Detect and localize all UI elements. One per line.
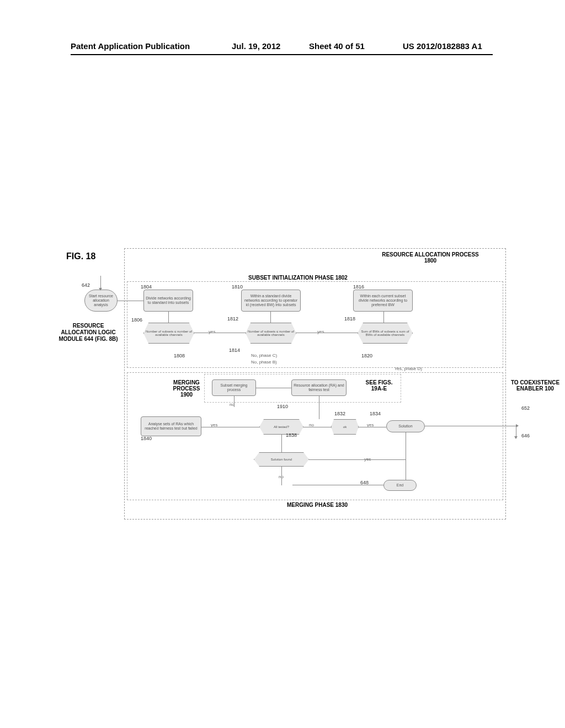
label-yes-1: yes [209, 329, 215, 334]
arrowhead [514, 436, 518, 439]
publication-number: US 2012/0182883 A1 [403, 41, 482, 51]
node-num-chan-2: Number of subsets ≤ number of available … [246, 323, 296, 344]
arrow [383, 312, 384, 323]
node-num-chan-1: Number of subsets ≤ number of available … [143, 323, 194, 344]
to-coexistence-label: TO COEXISTENCE ENABLER 100 [510, 379, 560, 392]
sheet-number: Sheet 40 of 51 [309, 41, 365, 51]
node-sum-bw: Sum of BWs of subsets ≤ sum of BWs of av… [358, 323, 413, 344]
node-solution-found: Solution found [254, 452, 309, 467]
ref-1818: 1818 [344, 316, 355, 322]
arrow [303, 427, 331, 427]
label-no-phase-b: No, phase B) [251, 360, 277, 365]
ref-1838: 1838 [286, 432, 297, 438]
ref-1820: 1820 [361, 353, 372, 358]
node-analyse: Analyse sets of RAs which reached fairne… [141, 416, 201, 436]
arrow [256, 388, 291, 388]
ref-1840: 1840 [141, 436, 152, 441]
ref-646: 646 [521, 433, 530, 438]
node-divide-std: Divide networks according to standard in… [143, 290, 193, 312]
arrow [168, 312, 169, 323]
publication-date: Jul. 19, 2012 [232, 41, 280, 51]
header-rule [71, 54, 493, 55]
label-yes-phase-d: Yes, phase D) [395, 366, 422, 371]
ref-1834: 1834 [370, 411, 381, 416]
ref-1832: 1832 [334, 411, 345, 416]
see-figs-label: SEE FIGS. 19A-E [361, 379, 397, 392]
ref-1814: 1814 [229, 347, 240, 353]
arrow [359, 427, 386, 427]
publication-type: Patent Application Publication [71, 41, 190, 51]
ref-652: 652 [521, 405, 530, 411]
node-within-std: Within a standard divide networks accord… [241, 290, 301, 312]
node-start: Start resource allocation analysis [84, 290, 118, 312]
arrow [234, 396, 234, 407]
arrow [118, 301, 143, 301]
subset-phase-title: SUBSET INITIALIZATION PHASE 1802 [226, 275, 370, 281]
ref-1810: 1810 [232, 284, 243, 290]
label-no-phase-c: No, phase C) [251, 353, 277, 358]
process-title: RESOURCE ALLOCATION PROCESS 1800 [375, 251, 486, 264]
merging-phase-title: MERGING PHASE 1830 [287, 502, 348, 508]
arrow [296, 333, 358, 333]
arrow [270, 312, 271, 323]
arrow [281, 467, 282, 485]
ref-642: 642 [82, 282, 90, 288]
arrow [309, 459, 406, 460]
arrow [406, 432, 406, 480]
ref-1806: 1806 [131, 317, 142, 323]
ref-1808: 1808 [174, 353, 185, 358]
figure-18: FIG. 18 RESOURCE ALLOCATION PROCESS 1800… [55, 259, 508, 529]
node-within-subset: Within each current subset divide networ… [353, 290, 413, 312]
node-solution: Solution [386, 420, 425, 432]
arrow [319, 396, 319, 419]
merging-process-label: MERGING PROCESS 1900 [169, 379, 204, 398]
ref-1812: 1812 [227, 316, 238, 322]
node-ok: ok [331, 419, 359, 435]
arrow [194, 333, 246, 333]
module-label: RESOURCE ALLOCATION LOGIC MODULE 644 (FI… [58, 323, 119, 342]
node-ra-fairness: Resource allocation (RA) and fairness te… [291, 379, 347, 396]
arrow [292, 485, 383, 485]
node-subset-merge: Subset merging process [212, 379, 256, 396]
arrow [425, 426, 516, 426]
ref-1910: 1910 [277, 404, 288, 409]
node-end: End [383, 480, 417, 491]
figure-label: FIG. 18 [66, 251, 95, 261]
arrow [281, 435, 282, 452]
ref-1816: 1816 [353, 284, 364, 290]
arrow [201, 427, 259, 427]
ref-1804: 1804 [141, 284, 152, 290]
label-yes-2: yes [317, 329, 324, 334]
arrowhead [99, 288, 102, 291]
